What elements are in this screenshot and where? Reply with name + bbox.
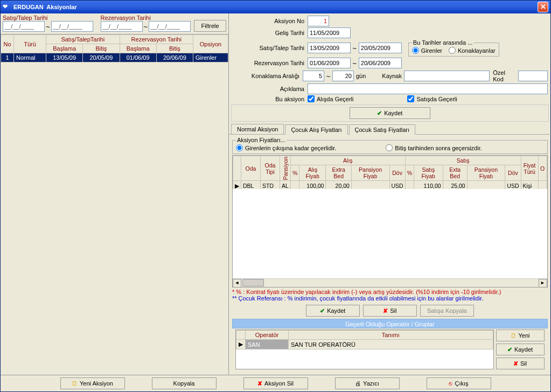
col-turu: Türü <box>14 35 46 53</box>
aksiyon-sil-button[interactable]: ✘Aksiyon Sil <box>243 377 308 389</box>
check-icon: ✔ <box>320 307 325 314</box>
satis-label: Satış/Talep Tarihi <box>232 45 308 51</box>
check-icon: ✔ <box>507 346 512 353</box>
kaydet-operator-button[interactable]: ✔Kaydet <box>496 344 545 355</box>
rezerv-date-to[interactable] <box>149 21 191 32</box>
kaydet-price-button[interactable]: ✔Kaydet <box>306 305 360 317</box>
aciklama-field[interactable] <box>308 83 548 94</box>
col-rezervtarih: Rezervasyon Tarihi <box>120 35 193 44</box>
yeni-operator-button[interactable]: 🗋Yeni <box>496 330 545 341</box>
scroll-left-icon[interactable]: ◄ <box>233 279 241 288</box>
operator-grid[interactable]: Operatör Tanımı ▶ SAN SAN TUR OPERATÖRÜ <box>236 330 493 349</box>
horizontal-scrollbar[interactable]: ◄ ► <box>233 278 547 287</box>
kaynak-field[interactable] <box>404 71 490 81</box>
satis-date-to[interactable] <box>51 21 93 32</box>
konaklama-max-field[interactable] <box>332 71 354 81</box>
operator-section-header: Geçerli Olduğu Operatör / Gruplar <box>232 319 548 328</box>
tab-normal-aksiyon[interactable]: Normal Aksiyon <box>231 124 284 134</box>
bitis-sonra-radio[interactable]: Bitiş tarihinden sonra geçersizdir. <box>386 144 482 151</box>
new-doc-icon: 🗋 <box>511 332 517 339</box>
satis-date2-field[interactable] <box>359 43 402 53</box>
aksiyon-list-grid[interactable]: No Türü Satış/TalepTarihi Rezervasyon Ta… <box>1 34 228 62</box>
yeni-aksiyon-button[interactable]: 🗋Yeni Aksiyon <box>60 377 125 389</box>
row-pointer-icon: ▶ <box>236 340 246 349</box>
new-doc-icon: 🗋 <box>72 380 78 387</box>
konaklama-label: Konaklama Aralığı <box>232 73 303 79</box>
bottom-toolbar: 🗋Yeni Aksiyon Kopyala ✘Aksiyon Sil 🖨Yazı… <box>1 375 550 391</box>
x-icon: ✘ <box>257 380 262 387</box>
filtrele-button[interactable]: Filtrele <box>194 20 226 32</box>
aciklama-label: Açıklama <box>232 86 308 92</box>
operator-row[interactable]: ▶ SAN SAN TUR OPERATÖRÜ <box>236 340 493 349</box>
sil-price-button[interactable]: ✘Sil <box>363 305 417 317</box>
window-subtitle: Aksiyonlar <box>46 4 76 10</box>
col-satistarih: Satış/TalepTarihi <box>46 35 120 44</box>
price-section-legend: Aksiyon Fiyatları... <box>236 137 287 143</box>
gelis-date-field[interactable] <box>308 27 351 38</box>
tab-cocuk-alis[interactable]: Çocuk Alış Fiyatları <box>285 124 347 135</box>
satis-filter-label: Satış/Talep Tarihi <box>3 15 93 21</box>
titlebar: ❤ ERDUGAN Aksiyonlar ✕ <box>1 1 550 13</box>
price-grid[interactable]: Oda Oda Tipi Pansiyon Alış Satış Fiyat T… <box>233 156 547 189</box>
ozelkod-label: Özel Kod <box>493 69 515 82</box>
ozelkod-field[interactable] <box>518 71 548 81</box>
rezerv-date2-field[interactable] <box>359 58 402 68</box>
close-icon[interactable]: ✕ <box>538 2 548 12</box>
x-icon: ✘ <box>513 360 518 367</box>
app-name: ERDUGAN <box>13 4 44 10</box>
col-no: No <box>1 35 14 53</box>
yazici-button[interactable]: 🖨Yazıcı <box>335 377 400 389</box>
konaklayanlar-radio[interactable]: Konaklayanlar <box>449 47 496 54</box>
rezerv-filter-label: Rezervasyon Tarihi <box>101 15 191 21</box>
printer-icon: 🖨 <box>355 380 361 387</box>
kaydet-form-button[interactable]: ✔Kaydet <box>350 107 430 119</box>
app-icon: ❤ <box>3 3 10 11</box>
kaynak-label: Kaynak <box>382 73 402 79</box>
konaklama-min-field[interactable] <box>303 71 324 81</box>
kopyala-button[interactable]: Kopyala <box>152 377 217 389</box>
exit-icon: ⎋ <box>449 380 452 387</box>
sil-operator-button[interactable]: ✘Sil <box>496 358 545 369</box>
percent-note: Kontrat fiyatı üzerinde yapılacak indiri… <box>246 289 501 295</box>
tab-cocuk-satis[interactable]: Çocuk Satış Fiyatları <box>349 124 415 135</box>
x-icon: ✘ <box>383 307 388 314</box>
cikis-button[interactable]: ⎋Çıkış <box>427 377 491 389</box>
rezerv-label: Rezervasyon Tarihi <box>232 60 308 66</box>
girenler-cikis-radio[interactable]: Girenlerin çıkışına kadar geçerlidir. <box>236 144 336 151</box>
table-row[interactable]: 1 Normal 13/05/09 20/05/09 01/06/09 20/0… <box>1 53 228 62</box>
col-opsiyon: Opsiyon <box>193 35 228 53</box>
scroll-right-icon[interactable]: ► <box>539 279 547 288</box>
satis-date-from[interactable] <box>3 21 45 32</box>
aksiyon-no-field[interactable] <box>308 16 329 26</box>
aksiyon-no-label: Aksiyon No <box>232 18 308 24</box>
gelis-label: Geliş Tarihi <box>232 30 308 36</box>
check-icon: ✔ <box>377 110 382 117</box>
dates-box-legend: Bu Tarihler arasında ... <box>412 39 473 46</box>
satis-date1-field[interactable] <box>308 43 351 53</box>
buaksiyon-label: Bu aksiyon <box>232 96 308 102</box>
alista-checkbox[interactable]: Alışda Geçerli <box>308 95 353 102</box>
rezerv-date1-field[interactable] <box>308 58 351 68</box>
satista-checkbox[interactable]: Satışda Geçerli <box>407 95 457 102</box>
cocuk-note: % indirimin, çocuk fiyatlarında da etkil… <box>288 295 484 302</box>
satisa-kopyala-button[interactable]: Satışa Kopyala <box>420 305 474 317</box>
girenler-radio[interactable]: Girenler <box>412 47 442 54</box>
rezerv-date-from[interactable] <box>101 21 143 32</box>
